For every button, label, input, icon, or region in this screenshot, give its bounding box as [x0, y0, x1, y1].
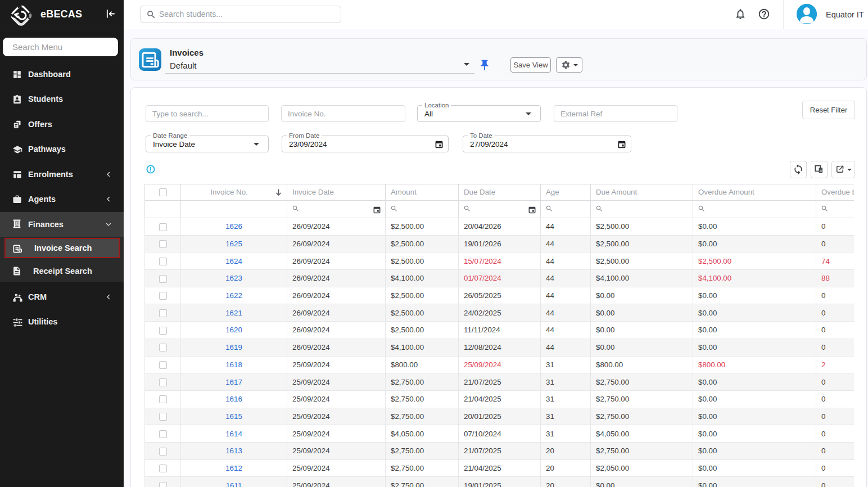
svg-text:$: $: [16, 222, 18, 226]
